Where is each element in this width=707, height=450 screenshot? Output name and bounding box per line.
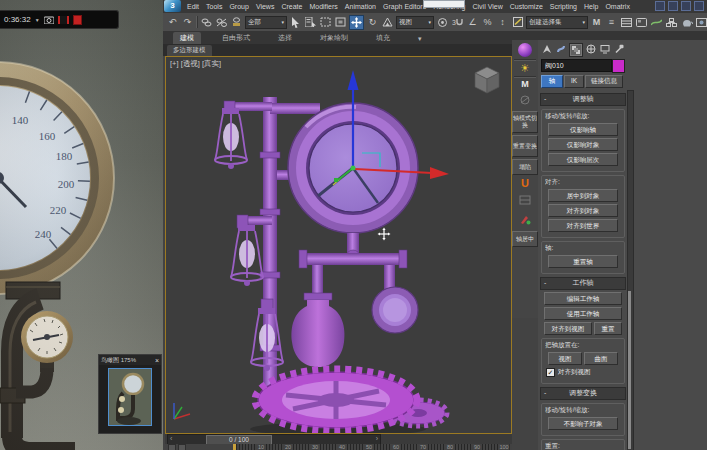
align-icon[interactable]: ≡ [605, 16, 618, 29]
paint-tool-icon[interactable] [519, 211, 531, 229]
redo-icon[interactable]: ↷ [181, 16, 194, 29]
current-frame-marker[interactable] [233, 444, 236, 450]
hierarchy-tab-icon[interactable] [569, 43, 583, 57]
align-to-view-button[interactable]: 对齐到视图 [544, 322, 592, 335]
menu-item-modifiers[interactable]: Modifiers [309, 3, 337, 10]
workspace-icon[interactable] [668, 1, 678, 11]
schematic-view-icon[interactable] [665, 16, 678, 29]
menu-item-customize[interactable]: Customize [510, 3, 543, 10]
mini-curve-editor-icon[interactable] [168, 444, 176, 450]
place-view-button[interactable]: 视图 [548, 352, 582, 365]
command-panel-scrollbar[interactable] [627, 90, 634, 450]
select-link-icon[interactable] [200, 16, 213, 29]
ribbon-tab-selection[interactable]: 选择 [271, 32, 299, 44]
select-object-icon[interactable] [289, 16, 302, 29]
affect-hierarchy-only-button[interactable]: 仅影响层次 [548, 153, 618, 166]
workspace-icon[interactable] [694, 1, 704, 11]
snap-3d-icon[interactable]: 3 [451, 16, 464, 29]
move-tool-button[interactable] [349, 15, 364, 30]
use-working-pivot-button[interactable]: 使用工作轴 [544, 307, 622, 320]
select-by-name-icon[interactable] [304, 16, 317, 29]
undo-icon[interactable]: ↶ [166, 16, 179, 29]
reset-pivot-button[interactable]: 重置轴 [548, 255, 618, 268]
ribbon-subtab-polygon-modeling[interactable]: 多边形建模 [167, 45, 212, 56]
sun-light-icon[interactable]: ☀ [520, 62, 530, 74]
rendered-frame-icon[interactable] [695, 16, 707, 29]
menu-item-views[interactable]: Views [256, 3, 275, 10]
ribbon-overflow-icon[interactable]: ▾ [411, 34, 429, 44]
scale-tool-icon[interactable] [381, 16, 394, 29]
viewport[interactable]: [+] [透视] [真实] [165, 56, 512, 434]
menu-item-help[interactable]: Help [584, 3, 598, 10]
menu-item-tools[interactable]: Tools [206, 3, 222, 10]
menu-item-civil-view[interactable]: Civil View [472, 3, 502, 10]
mirror-icon[interactable]: M [590, 16, 603, 29]
align-to-world-button[interactable]: 对齐到世界 [548, 219, 618, 232]
dont-affect-children-button[interactable]: 不影响子对象 [548, 417, 618, 430]
camera-icon[interactable] [44, 16, 54, 24]
ref-coord-dropdown[interactable]: 视图▾ [396, 16, 434, 29]
percent-snap-icon[interactable]: % [481, 16, 494, 29]
display-tab-icon[interactable] [599, 43, 611, 55]
affect-object-only-button[interactable]: 仅影响对象 [548, 138, 618, 151]
track-bar[interactable]: 10 20 30 40 50 60 70 80 90 100 [165, 444, 512, 450]
align-to-object-button[interactable]: 对齐到对象 [548, 204, 618, 217]
navigator-close-icon[interactable]: × [155, 357, 159, 364]
motion-tab-icon[interactable] [585, 43, 597, 55]
recorder-dropdown[interactable]: ▼ [35, 17, 40, 23]
window-crossing-icon[interactable] [334, 16, 347, 29]
pause-button[interactable] [58, 16, 69, 24]
create-tab-icon[interactable] [541, 43, 553, 55]
pivot-tab[interactable]: 轴 [541, 75, 563, 88]
rect-region-icon[interactable] [319, 16, 332, 29]
scrollbar-thumb[interactable] [628, 291, 631, 449]
center-to-object-button[interactable]: 居中到对象 [548, 189, 618, 202]
time-slider-handle[interactable]: 0 / 100 [206, 435, 272, 445]
prev-frame-icon[interactable]: ‹ [170, 435, 172, 443]
trackbar-filter-icon[interactable] [178, 444, 186, 450]
gizmo-center[interactable] [351, 166, 356, 171]
edit-named-sets-icon[interactable] [511, 16, 524, 29]
menu-item-animation[interactable]: Animation [345, 3, 376, 10]
menu-item-graph-editors[interactable]: Graph Editors [383, 3, 426, 10]
checkbox-checked[interactable]: ✓ [546, 368, 555, 377]
menu-item-edit[interactable]: Edit [187, 3, 199, 10]
max-logo[interactable]: 3 [164, 0, 181, 12]
light-sphere-icon[interactable] [518, 43, 532, 57]
next-frame-icon[interactable]: › [376, 435, 378, 443]
adjust-pivot-rollout-header[interactable]: - 调整轴 [540, 93, 626, 106]
workspace-icon[interactable] [655, 1, 665, 11]
object-color-swatch[interactable] [612, 59, 625, 73]
disabled-tool-icon[interactable] [519, 191, 531, 209]
unlink-icon[interactable] [215, 16, 228, 29]
collapse-button[interactable]: 塌陷 [512, 159, 538, 175]
disabled-tool-icon[interactable] [519, 91, 531, 109]
edit-working-pivot-button[interactable]: 编辑工作轴 [544, 292, 622, 305]
utilities-tab-icon[interactable] [613, 43, 625, 55]
navigator-thumbnail[interactable] [108, 368, 152, 426]
menu-item-create[interactable]: Create [281, 3, 302, 10]
reset-working-pivot-button[interactable]: 重置 [594, 322, 622, 335]
selection-filter-dropdown[interactable]: 全部▾ [245, 16, 287, 29]
record-button[interactable] [73, 15, 82, 25]
menu-item-group[interactable]: Group [229, 3, 248, 10]
place-surface-button[interactable]: 曲面 [584, 352, 618, 365]
graphite-ribbon-icon[interactable] [635, 16, 648, 29]
menu-item-scripting[interactable]: Scripting [550, 3, 577, 10]
time-slider-track[interactable]: ‹ 0 / 100 › [167, 434, 381, 445]
named-sets-dropdown[interactable]: 创建选择集▾ [526, 16, 588, 29]
curve-editor-icon[interactable] [650, 16, 663, 29]
adjust-transform-rollout-header[interactable]: - 调整变换 [540, 387, 626, 400]
ribbon-tab-modeling[interactable]: 建模 [173, 32, 201, 44]
modify-tab-icon[interactable] [555, 43, 567, 55]
affect-pivot-only-button[interactable]: 仅影响轴 [548, 123, 618, 136]
center-pivot-button[interactable]: 轴居中 [512, 231, 538, 247]
ribbon-tab-populate[interactable]: 填充 [369, 32, 397, 44]
rotate-tool-icon[interactable]: ↻ [366, 16, 379, 29]
bind-spacewarp-icon[interactable] [230, 16, 243, 29]
layer-manager-icon[interactable] [620, 16, 633, 29]
working-pivot-rollout-header[interactable]: - 工作轴 [540, 277, 626, 290]
ribbon-tab-freeform[interactable]: 自由形式 [215, 32, 257, 44]
mirror-tool-icon[interactable]: M [521, 79, 529, 89]
workspace-icon[interactable] [681, 1, 691, 11]
